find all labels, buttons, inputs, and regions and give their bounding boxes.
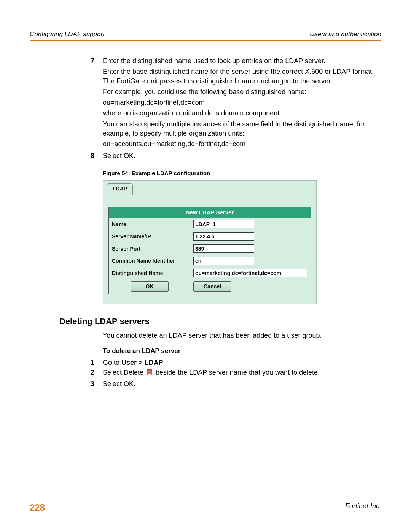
field-label-dn: Distinguished Name [109,267,190,279]
step-body: Go to User > LDAP. [103,358,381,367]
step-body: Select OK. [103,151,381,162]
step-8: 8 Select OK. [30,151,381,162]
dn-input[interactable] [193,269,307,277]
ok-button[interactable]: OK [131,281,169,292]
name-input[interactable] [193,220,254,228]
section-heading: Deleting LDAP servers [59,316,381,327]
field-label-port: Server Port [109,243,190,255]
delete-step-3: 3 Select OK. [30,379,381,388]
field-label-cni: Common Name Identifier [109,255,190,267]
subheading: To delete an LDAP server [103,347,381,356]
svg-rect-4 [147,369,152,370]
footer-company: Fortinet Inc. [345,502,381,513]
text: Go to [103,359,121,366]
text: Select OK. [103,380,135,388]
step-line: ou=accounts,ou=marketing,dc=fortinet,dc=… [103,139,381,149]
text: Select Delete [103,369,145,376]
page-number: 228 [30,502,45,513]
step-line: For example, you could use the following… [103,87,381,96]
step-number: 7 [30,56,103,150]
svg-rect-5 [148,369,151,369]
text: . [163,359,165,366]
body-content: 7 Enter the distinguished name used to l… [30,56,381,388]
field-label-server: Server Name/IP [109,230,190,243]
step-number: 8 [30,151,103,162]
nav-path: User > LDAP [121,359,163,366]
header-right: Users and authentication [310,30,381,38]
panel-title: New LDAP Server [109,207,311,218]
step-body: Select Delete beside the LDAP server nam… [103,368,381,378]
step-line: where ou is organization unit and dc is … [103,109,381,118]
step-line: Enter the distinguished name used to loo… [103,56,381,66]
step-line: You can also specify multiple instances … [103,120,381,138]
step-number: 3 [30,379,103,388]
cni-input[interactable] [193,257,254,265]
step-body: Enter the distinguished name used to loo… [103,56,381,150]
header-left: Configuring LDAP support [30,30,105,38]
tab-ldap[interactable]: LDAP [107,183,133,195]
step-body: Select OK. [103,379,381,388]
step-number: 2 [30,368,103,378]
page-footer: 228 Fortinet Inc. [30,500,381,513]
port-input[interactable] [193,244,254,253]
ldap-config-screenshot: LDAP New LDAP Server Name Server Name/IP… [103,180,317,304]
step-line: Select OK. [103,151,381,160]
field-label-name: Name [109,218,190,230]
page-header: Configuring LDAP support Users and authe… [30,30,381,41]
step-line: Enter the base distinguished name for th… [103,67,381,86]
text: beside the LDAP server name that you wan… [156,369,320,376]
tab-row: LDAP [103,181,316,194]
trash-icon [146,368,153,378]
figure-caption: Figure 54: Example LDAP configuration [103,169,381,177]
step-line: ou=marketing,dc=fortinet,dc=com [103,98,381,107]
section-intro: You cannot delete an LDAP server that ha… [103,331,381,340]
cancel-button[interactable]: Cancel [193,281,231,292]
server-input[interactable] [193,232,254,241]
step-7: 7 Enter the distinguished name used to l… [30,56,381,150]
delete-step-2: 2 Select Delete beside the LDAP server n… [30,368,381,378]
ldap-form-panel: New LDAP Server Name Server Name/IP Serv… [108,207,311,294]
step-number: 1 [30,358,103,367]
delete-step-1: 1 Go to User > LDAP. [30,358,381,367]
